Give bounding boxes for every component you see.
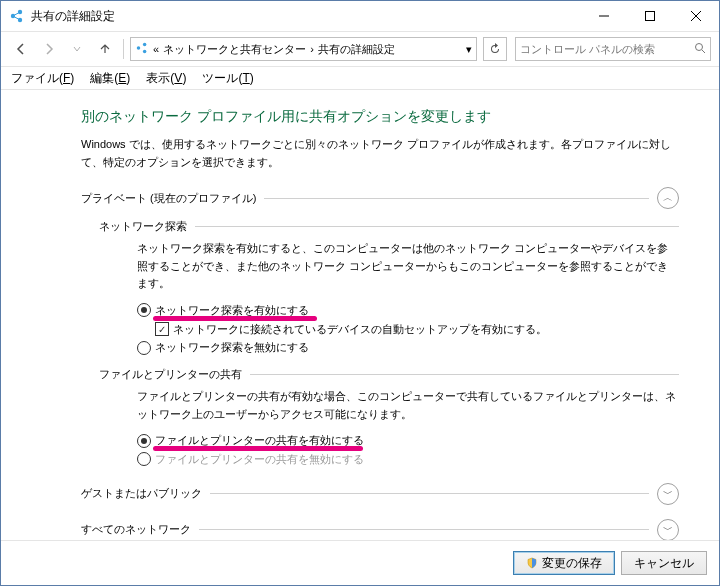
svg-point-9 (137, 46, 141, 50)
subsection-label: ファイルとプリンターの共有 (99, 367, 242, 382)
section-all-networks: すべてのネットワーク ﹀ (81, 519, 679, 540)
shield-icon (526, 557, 538, 569)
app-icon (9, 8, 25, 24)
section-label: プライベート (現在のプロファイル) (81, 191, 256, 206)
radio-icon (137, 303, 151, 317)
recent-dropdown[interactable] (65, 37, 89, 61)
option-group: ファイルとプリンターの共有を有効にする ファイルとプリンターの共有を無効にする (137, 431, 679, 468)
svg-point-12 (696, 44, 703, 51)
chevron-right-icon: › (310, 43, 314, 55)
menu-edit[interactable]: 編集(E) (90, 70, 130, 87)
dropdown-icon[interactable]: ▾ (466, 43, 472, 56)
expand-icon[interactable]: ﹀ (657, 483, 679, 505)
section-header[interactable]: ゲストまたはパブリック ﹀ (81, 483, 679, 505)
back-button[interactable] (9, 37, 33, 61)
breadcrumb-root: « (153, 43, 159, 55)
svg-point-10 (143, 43, 147, 47)
share-icon (135, 41, 149, 57)
breadcrumb-label: 共有の詳細設定 (318, 42, 395, 57)
radio-network-discovery-off[interactable]: ネットワーク探索を無効にする (137, 338, 679, 357)
subsection-network-discovery: ネットワーク探索 ネットワーク探索を有効にすると、このコンピューターは他のネット… (99, 219, 679, 357)
radio-file-printer-off[interactable]: ファイルとプリンターの共有を無効にする (137, 450, 679, 469)
divider (210, 493, 649, 494)
page-description: Windows では、使用するネットワークごとに別々のネットワーク プロファイル… (81, 136, 679, 171)
nav-separator (123, 39, 124, 59)
minimize-button[interactable] (581, 1, 627, 31)
radio-icon (137, 341, 151, 355)
subsection-header: ファイルとプリンターの共有 (99, 367, 679, 382)
search-icon (694, 42, 706, 56)
window-controls (581, 1, 719, 31)
up-button[interactable] (93, 37, 117, 61)
footer: 変更の保存 キャンセル (1, 540, 719, 585)
page-heading: 別のネットワーク プロファイル用に共有オプションを変更します (81, 108, 679, 126)
checkbox-icon: ✓ (155, 322, 169, 336)
option-group: ネットワーク探索を有効にする ✓ ネットワークに接続されているデバイスの自動セッ… (137, 301, 679, 357)
svg-line-4 (15, 17, 19, 19)
checkbox-auto-setup[interactable]: ✓ ネットワークに接続されているデバイスの自動セットアップを有効にする。 (155, 320, 679, 339)
section-private: プライベート (現在のプロファイル) ︿ ネットワーク探索 ネットワーク探索を有… (81, 187, 679, 468)
option-label: ネットワーク探索を無効にする (155, 338, 309, 357)
divider (264, 198, 649, 199)
menu-file[interactable]: ファイル(F) (11, 70, 74, 87)
breadcrumb-label: ネットワークと共有センター (163, 42, 306, 57)
subsection-file-printer-sharing: ファイルとプリンターの共有 ファイルとプリンターの共有が有効な場合、このコンピュ… (99, 367, 679, 469)
search-input[interactable]: コントロール パネルの検索 (515, 37, 711, 61)
save-button[interactable]: 変更の保存 (513, 551, 615, 575)
close-button[interactable] (673, 1, 719, 31)
title-left: 共有の詳細設定 (1, 8, 115, 25)
section-guest-public: ゲストまたはパブリック ﹀ (81, 483, 679, 505)
menu-tool[interactable]: ツール(T) (202, 70, 253, 87)
radio-network-discovery-on[interactable]: ネットワーク探索を有効にする (137, 301, 679, 320)
window-title: 共有の詳細設定 (31, 8, 115, 25)
collapse-icon[interactable]: ︿ (657, 187, 679, 209)
button-label: 変更の保存 (542, 555, 602, 572)
divider (199, 529, 649, 530)
section-header[interactable]: プライベート (現在のプロファイル) ︿ (81, 187, 679, 209)
refresh-button[interactable] (483, 37, 507, 61)
search-placeholder: コントロール パネルの検索 (520, 42, 655, 57)
subsection-label: ネットワーク探索 (99, 219, 187, 234)
radio-file-printer-on[interactable]: ファイルとプリンターの共有を有効にする (137, 431, 679, 450)
option-label: ファイルとプリンターの共有を無効にする (155, 450, 364, 469)
content-area: 別のネットワーク プロファイル用に共有オプションを変更します Windows で… (1, 90, 719, 540)
svg-line-13 (702, 50, 705, 53)
address-bar: « ネットワークと共有センター › 共有の詳細設定 ▾ コントロール パネルの検… (1, 32, 719, 67)
radio-icon (137, 434, 151, 448)
svg-rect-6 (646, 12, 655, 21)
breadcrumb-item[interactable]: 共有の詳細設定 (318, 42, 395, 57)
divider (195, 226, 679, 227)
menu-view[interactable]: 表示(V) (146, 70, 186, 87)
subsection-description: ファイルとプリンターの共有が有効な場合、このコンピューターで共有しているファイル… (137, 388, 679, 423)
maximize-button[interactable] (627, 1, 673, 31)
section-label: すべてのネットワーク (81, 522, 191, 537)
breadcrumb-item[interactable]: ネットワークと共有センター › (163, 42, 314, 57)
option-label: ネットワークに接続されているデバイスの自動セットアップを有効にする。 (173, 320, 547, 339)
expand-icon[interactable]: ﹀ (657, 519, 679, 540)
forward-button[interactable] (37, 37, 61, 61)
svg-point-11 (143, 50, 147, 54)
svg-line-3 (15, 13, 19, 15)
radio-icon (137, 452, 151, 466)
button-label: キャンセル (634, 555, 694, 572)
subsection-description: ネットワーク探索を有効にすると、このコンピューターは他のネットワーク コンピュー… (137, 240, 679, 293)
window: 共有の詳細設定 « ネットワークと共有センター › 共有の詳細設定 ▾ (0, 0, 720, 586)
section-header[interactable]: すべてのネットワーク ﹀ (81, 519, 679, 540)
cancel-button[interactable]: キャンセル (621, 551, 707, 575)
section-label: ゲストまたはパブリック (81, 486, 202, 501)
menubar: ファイル(F) 編集(E) 表示(V) ツール(T) (1, 67, 719, 90)
divider (250, 374, 679, 375)
breadcrumb[interactable]: « ネットワークと共有センター › 共有の詳細設定 ▾ (130, 37, 477, 61)
titlebar: 共有の詳細設定 (1, 1, 719, 32)
subsection-header: ネットワーク探索 (99, 219, 679, 234)
